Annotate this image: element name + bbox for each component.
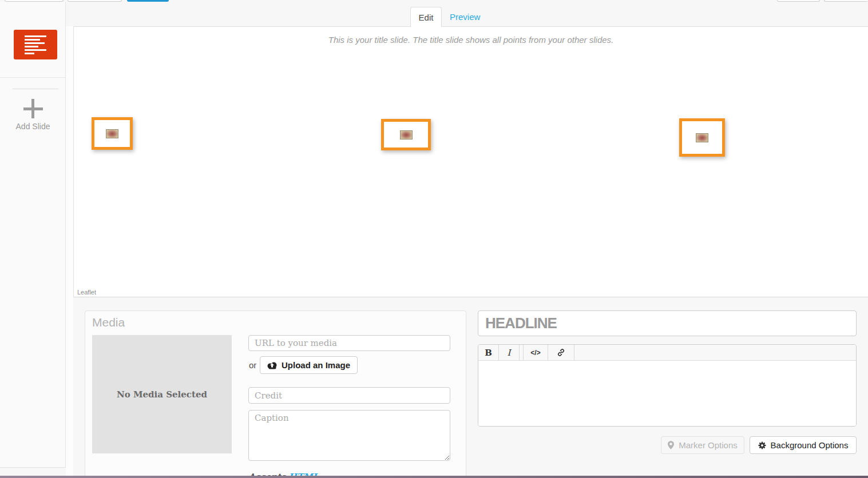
leaflet-attribution[interactable]: Leaflet <box>77 289 96 296</box>
bottom-window-edge <box>0 476 868 478</box>
map-marker-3[interactable] <box>679 118 725 157</box>
editor-toolbar: B I </> <box>478 345 856 361</box>
add-slide-label: Add Slide <box>0 122 66 131</box>
marker-options-button[interactable]: Marker Options <box>661 436 744 454</box>
slides-sidebar: Add Slide <box>0 2 66 468</box>
link-icon <box>557 348 565 357</box>
top-toolbar-primary-button-stub[interactable] <box>127 0 169 2</box>
no-media-label: No Media Selected <box>117 389 207 400</box>
media-panel-title: Media <box>92 316 125 329</box>
italic-button[interactable]: I <box>499 345 520 360</box>
map-canvas[interactable]: This is your title slide. The title slid… <box>73 26 868 297</box>
media-preview-placeholder: No Media Selected <box>92 335 232 453</box>
marker-thumbnail-image <box>696 133 708 142</box>
cloud-upload-icon <box>267 361 277 369</box>
rich-text-editor: B I </> <box>478 344 857 427</box>
upload-image-button[interactable]: Upload an Image <box>260 356 358 374</box>
sidebar-divider <box>0 77 66 78</box>
top-toolbar-button-stub-right-2[interactable] <box>824 0 868 2</box>
background-options-button[interactable]: Background Options <box>750 436 857 454</box>
caption-textarea[interactable] <box>248 410 450 461</box>
marker-thumbnail-image <box>106 129 118 138</box>
marker-thumbnail-image <box>400 130 413 140</box>
map-pin-icon <box>668 441 674 449</box>
top-toolbar-button-stub-right-1[interactable] <box>777 0 820 2</box>
credit-input[interactable] <box>248 387 450 404</box>
background-options-label: Background Options <box>771 440 849 450</box>
text-lines-icon <box>25 35 46 54</box>
editor-text-area[interactable] <box>478 361 856 427</box>
code-button[interactable]: </> <box>523 345 548 360</box>
media-panel: Media No Media Selected or Upload an Ima… <box>85 310 466 478</box>
title-slide-hint: This is your title slide. The title slid… <box>74 35 868 45</box>
add-slide-divider <box>13 89 58 89</box>
upload-image-label: Upload an Image <box>282 360 350 370</box>
sidebar-gap <box>66 26 73 478</box>
headline-input[interactable] <box>478 310 857 336</box>
map-marker-2[interactable] <box>381 119 431 150</box>
tab-preview[interactable]: Preview <box>450 12 480 22</box>
map-marker-1[interactable] <box>92 117 133 150</box>
top-toolbar-button-stub-2[interactable] <box>68 0 122 2</box>
media-url-input[interactable] <box>248 335 450 351</box>
plus-icon <box>23 99 43 118</box>
gear-icon <box>758 441 766 449</box>
title-slide-thumbnail[interactable] <box>14 30 57 59</box>
link-button[interactable] <box>548 345 574 360</box>
marker-options-label: Marker Options <box>679 440 738 450</box>
or-label: or <box>249 360 256 370</box>
add-slide-button[interactable]: Add Slide <box>0 99 66 133</box>
bold-button[interactable]: B <box>478 345 499 360</box>
tab-edit[interactable]: Edit <box>410 7 442 27</box>
